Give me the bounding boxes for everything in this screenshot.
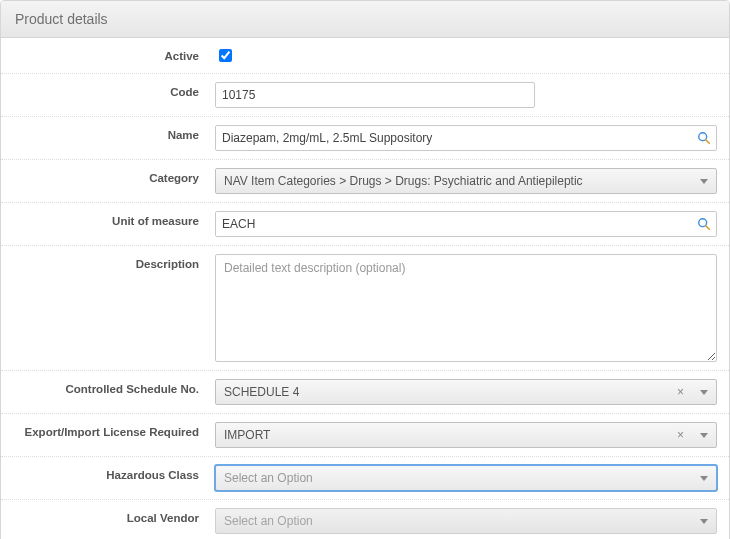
row-name: Name (1, 117, 729, 160)
label-category: Category (1, 168, 215, 184)
vendor-select[interactable]: Select an Option (215, 508, 717, 534)
row-vendor: Local Vendor Select an Option (1, 500, 729, 539)
row-category: Category NAV Item Categories > Drugs > D… (1, 160, 729, 203)
row-code: Code (1, 74, 729, 117)
schedule-value: SCHEDULE 4 (224, 385, 677, 399)
product-details-panel: Product details Active Code Name Categor… (0, 0, 730, 539)
description-textarea[interactable] (215, 254, 717, 362)
label-code: Code (1, 82, 215, 98)
chevron-down-icon (700, 390, 708, 395)
row-description: Description (1, 246, 729, 371)
uom-input[interactable] (215, 211, 717, 237)
label-hazard: Hazardous Class (1, 465, 215, 481)
label-license: Export/Import License Required (1, 422, 215, 438)
license-select[interactable]: IMPORT × (215, 422, 717, 448)
label-vendor: Local Vendor (1, 508, 215, 524)
chevron-down-icon (700, 433, 708, 438)
active-checkbox[interactable] (219, 49, 232, 62)
row-hazard: Hazardous Class Select an Option (1, 457, 729, 500)
name-input[interactable] (215, 125, 717, 151)
clear-icon[interactable]: × (677, 386, 684, 398)
row-uom: Unit of measure (1, 203, 729, 246)
license-value: IMPORT (224, 428, 677, 442)
label-schedule: Controlled Schedule No. (1, 379, 215, 395)
vendor-placeholder: Select an Option (224, 514, 700, 528)
label-uom: Unit of measure (1, 211, 215, 227)
schedule-select[interactable]: SCHEDULE 4 × (215, 379, 717, 405)
hazard-select[interactable]: Select an Option (215, 465, 717, 491)
chevron-down-icon (700, 476, 708, 481)
row-license: Export/Import License Required IMPORT × (1, 414, 729, 457)
row-active: Active (1, 38, 729, 74)
clear-icon[interactable]: × (677, 429, 684, 441)
label-name: Name (1, 125, 215, 141)
row-schedule: Controlled Schedule No. SCHEDULE 4 × (1, 371, 729, 414)
chevron-down-icon (700, 519, 708, 524)
category-value: NAV Item Categories > Drugs > Drugs: Psy… (224, 174, 700, 188)
hazard-placeholder: Select an Option (224, 471, 700, 485)
category-select[interactable]: NAV Item Categories > Drugs > Drugs: Psy… (215, 168, 717, 194)
label-active: Active (1, 46, 215, 62)
panel-title: Product details (1, 1, 729, 38)
code-input[interactable] (215, 82, 535, 108)
label-description: Description (1, 254, 215, 270)
chevron-down-icon (700, 179, 708, 184)
